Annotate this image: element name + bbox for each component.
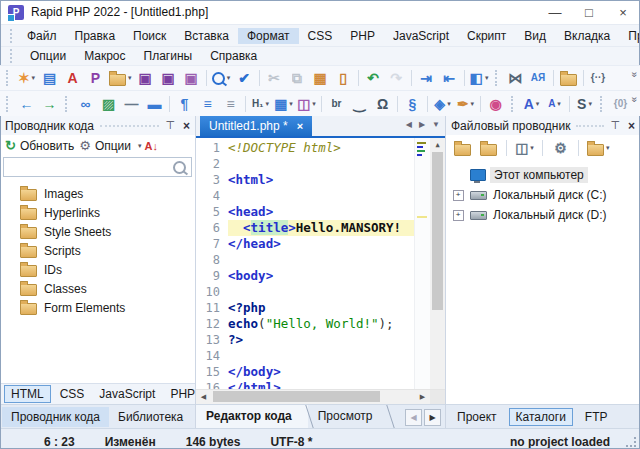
file-tree-item-локальный-диск-d-[interactable]: +Локальный диск (D:) [446,205,640,225]
menu-item-макрос[interactable]: Макрос [75,48,134,64]
bullet-list-button[interactable]: ≡ [196,94,219,114]
new-text-document-button[interactable]: A [61,68,84,88]
panel-tab-каталоги[interactable]: Каталоги [509,408,573,426]
menu-item-файл[interactable]: Файл [18,28,66,44]
options-button[interactable]: Опции [95,139,131,153]
save-button[interactable]: ▣ [134,68,157,88]
code-snippets-button[interactable]: {··} [587,68,610,88]
toolbar-grip[interactable] [65,96,70,112]
code-minimap[interactable] [414,138,430,389]
toolbar-overflow-icon[interactable]: » [630,72,640,78]
code-line-text[interactable]: <title>Hello.MANSORY! [228,220,414,236]
text-style-button[interactable]: S▾ [573,94,596,114]
numbered-list-button[interactable]: ≡ [219,94,242,114]
increase-indent-button[interactable]: ⇥ [415,68,438,88]
find-in-folder-button[interactable] [557,68,580,88]
insert-script-button[interactable]: § [401,94,424,114]
maximize-button[interactable]: □ [572,0,606,24]
horizontal-rule-button[interactable]: — [120,94,143,114]
insert-image-button[interactable]: ▨ [97,94,120,114]
decrease-indent-button[interactable]: ⇤ [438,68,461,88]
expand-icon[interactable]: + [453,190,464,201]
paragraph-button[interactable]: ¶ [173,94,196,114]
code-text[interactable]: 1<!DOCTYPE html>23<html>45<head>6 <title… [196,138,414,389]
insert-tag-button[interactable]: ◈▾ [431,94,454,114]
layout-view-button[interactable]: ◧▾ [468,68,491,88]
code-line-text[interactable]: </body> [228,364,414,380]
search-input[interactable] [9,159,173,175]
view-tab-просмотр[interactable]: Просмотр [308,405,389,428]
minimize-button[interactable]: — [538,0,572,24]
code-line-text[interactable] [228,156,414,172]
open-folder-button[interactable]: ▾ [107,68,134,88]
tree-item-ids[interactable]: IDs [0,260,195,279]
view-tab-редактор-кода[interactable]: Редактор кода [196,405,308,428]
insert-table-button[interactable]: ▦▾ [272,94,295,114]
tree-item-classes[interactable]: Classes [0,279,195,298]
pin-icon[interactable]: ⊤ [610,119,620,132]
panel-tab-проводник-кода[interactable]: Проводник кода [2,407,109,427]
new-php-document-button[interactable]: P [84,68,107,88]
horizontal-scrollbar[interactable]: ◀ ▶ [196,389,445,404]
lang-tab-javascript[interactable]: JavaScript [93,386,161,402]
expand-icon[interactable]: + [453,210,464,221]
view-tab-left-icon[interactable]: ◀ [405,409,422,426]
menu-item-правка[interactable]: Правка [66,28,125,44]
format-painter-button[interactable]: ✒▾ [454,94,477,114]
color-picker-button[interactable]: ◉ [484,94,507,114]
tab-list-icon[interactable]: ▼ [432,120,440,129]
insert-form-button[interactable]: ◫▾ [295,94,318,114]
code-line-text[interactable] [228,284,414,300]
tree-item-form-elements[interactable]: Form Elements [0,298,195,317]
heading-button[interactable]: H₁▾ [249,94,272,114]
search-button[interactable]: ▾ [210,68,233,88]
close-tab-icon[interactable]: × [297,120,303,132]
lang-tab-html[interactable]: HTML [4,385,51,403]
resize-grip[interactable] [626,437,636,447]
horizontal-scroll-thumb[interactable] [213,391,380,402]
panel-tab-ftp[interactable]: FTP [579,409,614,425]
code-line-text[interactable] [228,252,414,268]
menu-item-формат[interactable]: Формат [238,28,299,44]
tab-scroll-left-icon[interactable]: ◀ [406,120,412,129]
favorites-button[interactable]: ▾ [585,138,612,158]
pin-icon[interactable]: ⊤ [165,119,175,132]
menu-item-скрипт[interactable]: Скрипт [458,28,515,44]
line-break-button[interactable]: br [325,94,348,114]
code-line-text[interactable]: <body> [228,268,414,284]
tree-item-style-sheets[interactable]: Style Sheets [0,222,195,241]
menu-item-опции[interactable]: Опции [21,48,75,64]
panel-tab-библиотека[interactable]: Библиотека [109,407,192,427]
vertical-scroll-thumb[interactable] [432,152,443,310]
code-line-text[interactable] [228,348,414,364]
code-line-text[interactable]: <?php [228,300,414,316]
spell-check-button[interactable]: ✔ [233,68,256,88]
vertical-scrollbar[interactable]: ▲ [430,138,445,389]
comment-button[interactable]: ▬ [143,94,166,114]
code-line-text[interactable]: <head> [228,204,414,220]
code-line-text[interactable]: </head> [228,236,414,252]
tree-item-hyperlinks[interactable]: Hyperlinks [0,203,195,222]
folder-options-button[interactable]: ⚙ [549,138,572,158]
navigate-back-button[interactable]: ← [15,94,38,114]
replace-in-files-button[interactable]: АЯ [527,68,550,88]
gear-icon[interactable]: ⚙ [79,138,91,153]
menu-item-css[interactable]: CSS [299,28,342,44]
document-tab[interactable]: Untitled1.php * × [200,116,312,136]
refresh-button[interactable]: Обновить [20,139,74,153]
menu-item-javascript[interactable]: JavaScript [384,28,458,44]
tree-item-images[interactable]: Images [0,184,195,203]
menu-item-плагины[interactable]: Плагины [135,48,202,64]
tab-scroll-right-icon[interactable]: ▶ [419,120,425,129]
toolbar-overflow-icon[interactable]: » [630,97,640,103]
non-breaking-space-button[interactable]: ‿ [348,94,371,114]
close-panel-icon[interactable]: × [183,119,190,133]
file-tree-item-этот-компьютер[interactable]: Этот компьютер [446,165,640,185]
scroll-right-icon[interactable]: ▶ [415,393,430,401]
menu-item-вкладка[interactable]: Вкладка [555,28,619,44]
toolbar-grip[interactable] [6,70,11,86]
toolbar-grip[interactable] [6,96,11,112]
toolbar-grip[interactable] [600,96,605,112]
view-mode-button[interactable]: ◫▾ [513,138,536,158]
find-in-files-button[interactable]: ⋈ [504,68,527,88]
